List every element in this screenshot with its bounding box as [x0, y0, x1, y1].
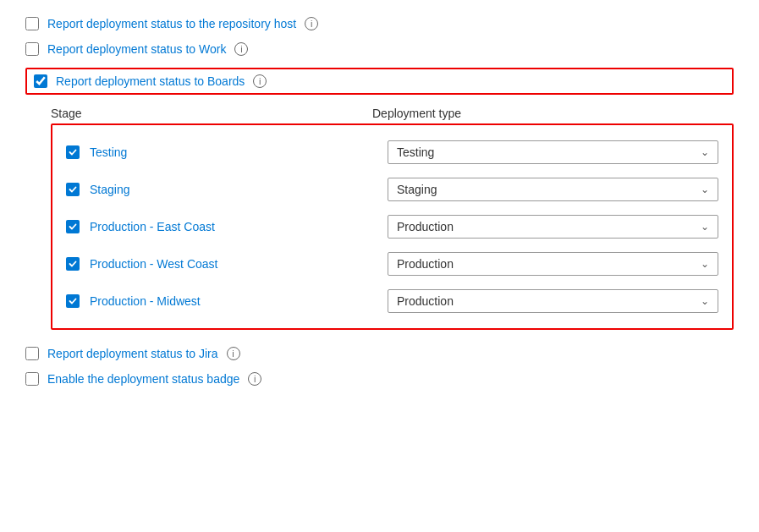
repo-host-label: Report deployment status to the reposito…: [47, 17, 296, 30]
boards-row: Report deployment status to Boards i: [25, 68, 734, 95]
repo-host-checkbox[interactable]: [25, 17, 39, 30]
jira-row: Report deployment status to Jira i: [25, 347, 734, 360]
stage-checkbox-0[interactable]: [66, 145, 80, 159]
stage-checkbox-3[interactable]: [66, 257, 80, 271]
dropdown-arrow-4: ⌄: [701, 295, 709, 307]
jira-label: Report deployment status to Jira: [47, 347, 218, 360]
deployment-type-value-1: Staging: [397, 183, 437, 196]
stage-name-0: Testing: [90, 145, 127, 159]
dropdown-arrow-0: ⌄: [701, 146, 709, 158]
dropdown-arrow-3: ⌄: [701, 258, 709, 270]
badge-label: Enable the deployment status badge: [47, 372, 239, 386]
badge-row: Enable the deployment status badge i: [25, 372, 734, 386]
work-info-icon[interactable]: i: [234, 42, 248, 56]
table-row: Production - East Coast Production ⌄: [66, 208, 718, 245]
deployment-type-dropdown-4[interactable]: Production ⌄: [388, 289, 718, 313]
boards-checkbox[interactable]: [34, 74, 47, 88]
stage-name-3: Production - West Coast: [90, 257, 217, 271]
deployment-type-value-0: Testing: [397, 145, 434, 159]
deployment-type-value-2: Production: [397, 220, 454, 233]
table-row: Testing Testing ⌄: [66, 134, 718, 171]
boards-info-icon[interactable]: i: [253, 74, 267, 88]
table-row: Production - Midwest Production ⌄: [66, 282, 718, 320]
dropdown-arrow-1: ⌄: [701, 184, 709, 195]
jira-checkbox[interactable]: [25, 347, 39, 360]
work-label: Report deployment status to Work: [47, 42, 226, 56]
table-column-headers: Stage Deployment type: [51, 107, 734, 120]
table-row: Production - West Coast Production ⌄: [66, 245, 718, 282]
stage-checkbox-2[interactable]: [66, 220, 80, 233]
deployment-type-value-4: Production: [397, 294, 454, 308]
deployment-type-value-3: Production: [397, 257, 454, 271]
deploy-column-header: Deployment type: [372, 107, 734, 120]
stage-name-1: Staging: [90, 183, 129, 196]
repo-host-row: Report deployment status to the reposito…: [25, 17, 734, 30]
dropdown-arrow-2: ⌄: [701, 221, 709, 233]
deployment-type-dropdown-2[interactable]: Production ⌄: [388, 215, 718, 239]
stage-checkbox-4[interactable]: [66, 294, 80, 308]
badge-checkbox[interactable]: [25, 372, 39, 386]
repo-host-info-icon[interactable]: i: [305, 17, 318, 30]
deployment-type-dropdown-0[interactable]: Testing ⌄: [388, 140, 718, 164]
stage-column-header: Stage: [51, 107, 372, 120]
stage-checkbox-1[interactable]: [66, 183, 80, 196]
deployment-type-dropdown-3[interactable]: Production ⌄: [388, 252, 718, 276]
stages-table: Testing Testing ⌄ Staging Staging: [51, 123, 734, 330]
work-row: Report deployment status to Work i: [25, 42, 734, 56]
stage-name-4: Production - Midwest: [90, 294, 201, 308]
stage-name-2: Production - East Coast: [90, 220, 215, 233]
deployment-type-dropdown-1[interactable]: Staging ⌄: [388, 178, 718, 201]
table-row: Staging Staging ⌄: [66, 171, 718, 208]
badge-info-icon[interactable]: i: [248, 372, 261, 386]
jira-info-icon[interactable]: i: [227, 347, 240, 360]
boards-label: Report deployment status to Boards: [56, 74, 245, 88]
work-checkbox[interactable]: [25, 42, 39, 56]
